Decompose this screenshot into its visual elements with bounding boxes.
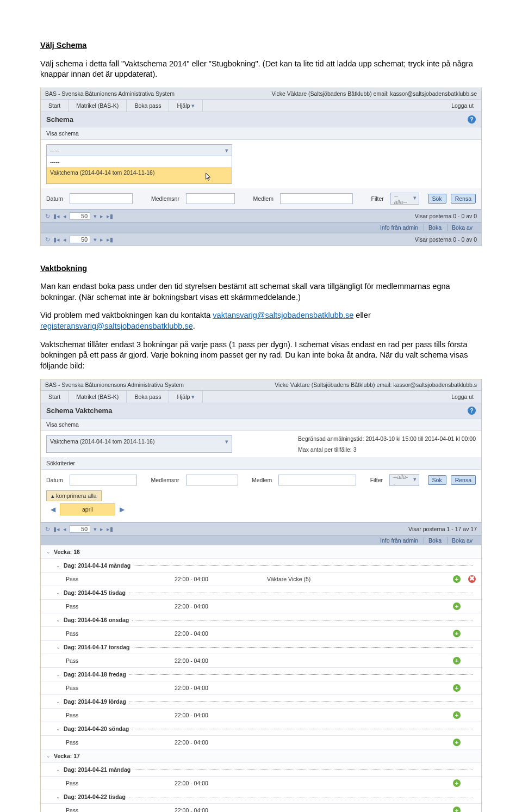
- boka-button[interactable]: Boka: [424, 224, 446, 231]
- page-last-icon[interactable]: ▸▮: [107, 526, 113, 532]
- prev-month-icon[interactable]: ◀: [46, 506, 60, 513]
- info-admin-button[interactable]: Info från admin: [376, 537, 422, 544]
- add-icon[interactable]: +: [453, 657, 461, 665]
- day-label: Dag: 2014-04-22 tisdag: [64, 793, 126, 800]
- boka-av-button[interactable]: Boka av: [447, 537, 477, 544]
- add-icon[interactable]: +: [453, 602, 461, 610]
- menu-hjalp[interactable]: Hjälp: [169, 100, 203, 112]
- page-prev-icon[interactable]: ◂: [63, 213, 66, 219]
- rensa-button[interactable]: Rensa: [451, 475, 476, 485]
- link-registeransvarig[interactable]: registeransvarig@saltsjobadensbatklubb.s…: [40, 322, 193, 330]
- chevron-down-icon[interactable]: ⌄: [56, 726, 61, 731]
- page-next-icon[interactable]: ▸: [100, 213, 103, 219]
- menu-boka-pass[interactable]: Boka pass: [127, 391, 169, 403]
- chevron-down-icon[interactable]: ⌄: [56, 767, 61, 772]
- pass-time: 22:00 - 04:00: [175, 780, 267, 786]
- add-icon[interactable]: +: [453, 711, 461, 719]
- schedule-tree: ⌄Vecka: 16 ⌄Dag: 2014-04-14 måndag Pass …: [41, 545, 481, 812]
- chevron-down-icon[interactable]: ▾: [94, 526, 97, 532]
- page-size[interactable]: 50: [70, 212, 90, 220]
- pass-time: 22:00 - 04:00: [175, 630, 267, 637]
- chevron-down-icon[interactable]: ⌄: [56, 794, 61, 799]
- week-label: Vecka: 17: [54, 753, 80, 759]
- chevron-down-icon[interactable]: ⌄: [56, 590, 61, 595]
- chevron-down-icon[interactable]: ▾: [94, 236, 97, 243]
- info-admin-button[interactable]: Info från admin: [376, 224, 422, 231]
- add-icon[interactable]: +: [453, 684, 461, 692]
- chevron-down-icon[interactable]: ⌄: [56, 699, 61, 704]
- add-icon[interactable]: +: [453, 739, 461, 746]
- add-icon[interactable]: +: [453, 630, 461, 637]
- add-icon[interactable]: +: [453, 779, 461, 787]
- pass-time: 22:00 - 04:00: [175, 739, 267, 746]
- heading-valj-schema: Välj Schema: [40, 40, 482, 51]
- chevron-down-icon[interactable]: ▾: [94, 213, 97, 219]
- menu-matrikel[interactable]: Matrikel (BAS-K): [69, 391, 127, 403]
- day-label: Dag: 2014-04-16 onsdag: [64, 617, 129, 623]
- input-medlem[interactable]: [280, 193, 353, 204]
- chevron-down-icon[interactable]: ⌄: [56, 644, 61, 650]
- add-icon[interactable]: +: [453, 575, 461, 583]
- help-icon[interactable]: ?: [468, 407, 476, 415]
- max-antal-info: Max antal per tillfälle: 3: [298, 446, 476, 453]
- add-icon[interactable]: +: [453, 807, 461, 812]
- filter-dropdown[interactable]: --alla--▾: [390, 193, 419, 205]
- month-nav: ▴ komprimera alla ◀ april ▶: [41, 490, 481, 519]
- menu-start[interactable]: Start: [41, 100, 69, 112]
- logout-link[interactable]: Logga ut: [444, 391, 481, 403]
- remove-icon[interactable]: ✖: [468, 575, 476, 583]
- chevron-down-icon[interactable]: ⌄: [56, 672, 61, 677]
- schema-dropdown[interactable]: -----▾ ----- Vaktchema (2014-04-14 tom 2…: [46, 144, 232, 184]
- chevron-down-icon[interactable]: ⌄: [56, 563, 61, 568]
- user-info: Vicke Väktare (Saltsjöbadens Båtklubb) e…: [275, 382, 477, 388]
- user-info: Vicke Väktare (Saltsjöbadens Båtklubb) e…: [271, 90, 477, 97]
- pass-label: Pass: [66, 630, 175, 637]
- page-size[interactable]: 50: [70, 525, 90, 533]
- page-first-icon[interactable]: ▮◂: [53, 213, 60, 219]
- input-datum[interactable]: [70, 475, 137, 485]
- page-size[interactable]: 50: [70, 236, 90, 243]
- menu-hjalp[interactable]: Hjälp: [169, 391, 203, 403]
- page-last-icon[interactable]: ▸▮: [107, 213, 113, 219]
- input-medlemsnr[interactable]: [186, 193, 235, 204]
- komprimera-button[interactable]: ▴ komprimera alla: [46, 490, 102, 501]
- sok-button[interactable]: Sök: [428, 194, 446, 204]
- menu-start[interactable]: Start: [41, 391, 69, 403]
- chevron-down-icon[interactable]: ⌄: [56, 617, 61, 623]
- month-label: april: [60, 503, 115, 515]
- logout-link[interactable]: Logga ut: [444, 100, 481, 112]
- input-datum[interactable]: [70, 193, 133, 204]
- boka-button[interactable]: Boka: [424, 537, 446, 544]
- schema-dropdown[interactable]: Vaktchema (2014-04-14 tom 2014-11-16)▾: [46, 435, 232, 453]
- menu-boka-pass[interactable]: Boka pass: [127, 100, 169, 112]
- page-last-icon[interactable]: ▸▮: [107, 236, 113, 243]
- chevron-down-icon[interactable]: ⌄: [46, 753, 52, 759]
- boka-av-button[interactable]: Boka av: [447, 224, 477, 231]
- page-next-icon[interactable]: ▸: [100, 526, 103, 532]
- next-month-icon[interactable]: ▶: [115, 506, 129, 513]
- help-icon[interactable]: ?: [468, 115, 476, 124]
- day-label: Dag: 2014-04-17 torsdag: [64, 644, 129, 650]
- pass-time: 22:00 - 04:00: [175, 603, 267, 610]
- pass-time: 22:00 - 04:00: [175, 807, 267, 812]
- page-next-icon[interactable]: ▸: [100, 236, 103, 243]
- link-vaktansvarig[interactable]: vaktansvarig@saltsjobadensbatklubb.se: [213, 311, 353, 319]
- page-prev-icon[interactable]: ◂: [63, 236, 66, 243]
- page-first-icon[interactable]: ▮◂: [53, 236, 60, 243]
- day-label: Dag: 2014-04-18 fredag: [64, 671, 126, 678]
- dropdown-option-blank[interactable]: -----: [47, 156, 232, 167]
- dropdown-option-vaktchema[interactable]: Vaktchema (2014-04-14 tom 2014-11-16): [47, 167, 232, 183]
- refresh-icon[interactable]: ↻: [45, 236, 50, 243]
- menu-matrikel[interactable]: Matrikel (BAS-K): [69, 100, 127, 112]
- refresh-icon[interactable]: ↻: [45, 213, 50, 219]
- sok-button[interactable]: Sök: [428, 475, 446, 485]
- filter-dropdown[interactable]: --alla--▾: [389, 474, 419, 486]
- chevron-down-icon[interactable]: ⌄: [46, 549, 52, 555]
- input-medlem[interactable]: [278, 475, 356, 485]
- rensa-button[interactable]: Rensa: [451, 194, 476, 204]
- input-medlemsnr[interactable]: [186, 475, 238, 485]
- page-first-icon[interactable]: ▮◂: [53, 526, 60, 532]
- action-bar: Info från admin Boka Boka av: [41, 535, 481, 545]
- page-prev-icon[interactable]: ◂: [63, 526, 66, 532]
- refresh-icon[interactable]: ↻: [45, 526, 50, 532]
